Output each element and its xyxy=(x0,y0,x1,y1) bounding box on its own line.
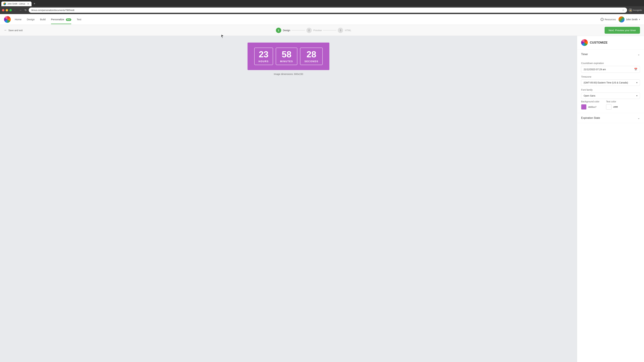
step-1-label: Design xyxy=(283,29,290,32)
step-preview: 2 Preview xyxy=(306,28,322,33)
timer-section: Timer ⌄ Countdown expiration 21/12/2023 … xyxy=(577,49,644,113)
timer-section-header[interactable]: Timer ⌄ xyxy=(577,49,644,59)
timer-minutes-value: 58 xyxy=(280,50,293,59)
litmus-favicon-icon xyxy=(3,2,6,5)
step-connector-2 xyxy=(323,30,336,30)
step-1-number: 1 xyxy=(278,29,279,32)
app-logo-icon[interactable] xyxy=(4,16,11,23)
font-family-label: Font family xyxy=(581,88,640,91)
timer-minutes-label: MINUTES xyxy=(280,60,293,63)
background-color-input-row: #b55cc7 xyxy=(581,104,600,110)
font-family-value: Open Sans xyxy=(584,94,595,97)
nav-personalize-label: Personalize xyxy=(51,18,64,21)
browser-controls: ← → ↻ litmus.com/personalize/documents/7… xyxy=(0,6,644,14)
text-color-label: Text color xyxy=(606,100,618,103)
background-color-swatch[interactable] xyxy=(581,104,586,110)
expiration-section: Expiration State ⌄ xyxy=(577,113,644,123)
step-3-circle: 3 xyxy=(338,28,343,33)
browser-forward-button[interactable]: → xyxy=(18,8,22,12)
browser-chrome: John Smith › Litmus ✕ + ← → ↻ litmus.com… xyxy=(0,0,644,14)
timer-minutes-cell: 58 MINUTES xyxy=(276,48,297,65)
timezone-chevron-icon: ▾ xyxy=(636,81,638,84)
expiration-chevron-icon: ⌄ xyxy=(638,116,640,120)
browser-tab-title: John Smith › Litmus xyxy=(8,3,26,5)
resources-button[interactable]: i Resources xyxy=(600,18,616,21)
incognito-label: Incognito xyxy=(633,9,642,11)
timezone-label: Timezone xyxy=(581,75,640,78)
expiration-section-header[interactable]: Expiration State ⌄ xyxy=(577,113,644,123)
text-color-field: Text color #ffffff xyxy=(606,100,618,110)
browser-tab-close-icon[interactable]: ✕ xyxy=(27,2,30,5)
step-2-number: 2 xyxy=(308,29,310,32)
step-progress: 1 Design 2 Preview 3 HTML xyxy=(23,28,604,33)
timer-section-title: Timer xyxy=(581,53,588,56)
text-color-hex: #ffffff xyxy=(613,106,618,108)
browser-incognito-indicator: 🕵 Incognito xyxy=(628,8,642,12)
timer-hours-cell: 23 HOURS xyxy=(254,48,273,65)
nav-test[interactable]: Test xyxy=(77,14,81,24)
countdown-expiration-input[interactable]: 21/12/2023 07:29 am 📅 xyxy=(581,66,640,73)
image-dimensions-label: Image dimensions: 600x150 xyxy=(274,73,303,75)
new-tab-button[interactable]: + xyxy=(32,1,37,6)
app-nav: Home Design Build Personalize New Test xyxy=(15,14,600,24)
countdown-expiration-value: 21/12/2023 07:29 am xyxy=(584,68,606,71)
timezone-select[interactable]: (GMT-05:00) Eastern Time (US & Canada) ▾ xyxy=(581,79,640,86)
toolbar: ← Save and exit 1 Design 2 Preview 3 HTM… xyxy=(0,25,644,36)
browser-maximize-button[interactable] xyxy=(10,9,12,11)
browser-reload-button[interactable]: ↻ xyxy=(24,8,27,12)
resources-info-icon: i xyxy=(600,18,604,21)
step-connector-1 xyxy=(292,30,305,30)
sidebar-litmus-logo-icon xyxy=(581,39,588,46)
nav-build[interactable]: Build xyxy=(40,14,46,24)
color-row: Background color #b55cc7 Text color #fff… xyxy=(581,100,640,110)
nav-personalize[interactable]: Personalize New xyxy=(51,14,71,24)
nav-home[interactable]: Home xyxy=(15,14,22,24)
browser-address-text: litmus.com/personalize/documents/7865/ed… xyxy=(31,9,621,11)
timer-seconds-value: 28 xyxy=(304,50,318,59)
timer-cells: 23 HOURS 58 MINUTES 28 SECONDS xyxy=(254,48,323,65)
customize-sidebar: CUSTOMIZE Timer ⌄ Countdown expiration 2… xyxy=(577,36,644,362)
timer-seconds-cell: 28 SECONDS xyxy=(300,48,323,65)
text-color-swatch[interactable] xyxy=(606,104,612,110)
app-header: Home Design Build Personalize New Test i… xyxy=(0,14,644,25)
sidebar-title: CUSTOMIZE xyxy=(590,41,608,44)
main-content: 23 HOURS 58 MINUTES 28 SECONDS Image dim… xyxy=(0,36,644,362)
user-menu-chevron-icon: ▾ xyxy=(639,18,640,21)
header-right: i Resources John Smith ▾ xyxy=(600,16,640,22)
browser-tab-bar: John Smith › Litmus ✕ + xyxy=(0,0,644,6)
browser-tab-active[interactable]: John Smith › Litmus ✕ xyxy=(1,1,32,6)
personalize-new-badge: New xyxy=(66,18,72,21)
save-and-exit-button[interactable]: ← Save and exit xyxy=(4,28,23,32)
timer-seconds-label: SECONDS xyxy=(304,60,318,63)
background-color-field: Background color #b55cc7 xyxy=(581,100,600,110)
step-3-label: HTML xyxy=(345,29,351,32)
background-color-hex: #b55cc7 xyxy=(588,106,596,108)
browser-close-button[interactable] xyxy=(2,9,4,11)
step-1-circle: 1 xyxy=(276,28,281,33)
timer-preview: 23 HOURS 58 MINUTES 28 SECONDS xyxy=(248,42,330,70)
save-exit-label: Save and exit xyxy=(8,29,23,32)
sidebar-header: CUSTOMIZE xyxy=(577,36,644,49)
expiration-section-title: Expiration State xyxy=(581,116,600,119)
timer-section-content: Countdown expiration 21/12/2023 07:29 am… xyxy=(577,62,644,113)
countdown-expiration-label: Countdown expiration xyxy=(581,62,640,64)
browser-address-bar[interactable]: litmus.com/personalize/documents/7865/ed… xyxy=(29,7,627,13)
browser-minimize-button[interactable] xyxy=(6,9,8,11)
background-color-label: Background color xyxy=(581,100,600,103)
browser-bookmark-icon[interactable]: ☆ xyxy=(622,8,624,12)
resources-label: Resources xyxy=(604,18,616,21)
canvas-area: 23 HOURS 58 MINUTES 28 SECONDS Image dim… xyxy=(0,36,577,362)
user-menu[interactable]: John Smith ▾ xyxy=(618,16,640,22)
next-preview-timer-button[interactable]: Next: Preview your timer xyxy=(604,27,640,34)
timer-section-chevron-icon: ⌄ xyxy=(638,52,640,56)
back-arrow-icon: ← xyxy=(4,28,7,32)
font-family-select[interactable]: Open Sans ▾ xyxy=(581,92,640,99)
browser-back-button[interactable]: ← xyxy=(13,8,17,12)
calendar-icon: 📅 xyxy=(634,68,638,71)
step-html: 3 HTML xyxy=(338,28,351,33)
user-avatar xyxy=(618,16,624,22)
step-2-circle: 2 xyxy=(306,28,312,33)
step-design: 1 Design xyxy=(276,28,290,33)
nav-design[interactable]: Design xyxy=(27,14,35,24)
timer-hours-value: 23 xyxy=(258,50,269,59)
